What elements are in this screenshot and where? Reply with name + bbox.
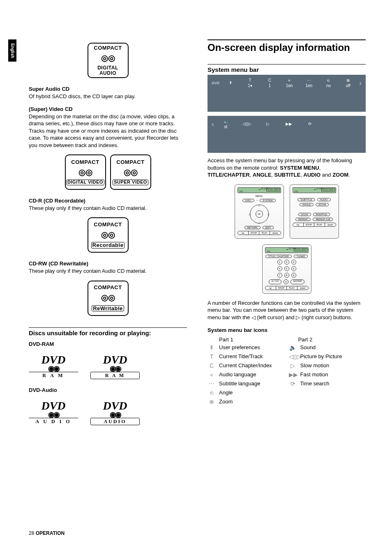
osd-time-icon: ⟳ xyxy=(300,122,319,127)
menu-icon: C xyxy=(208,362,216,369)
logo-row-dvd-audio: DVD◉◉A U D I O DVD◉◉AUDIO xyxy=(29,399,187,425)
unsuitable-heading: Discs unsuitable for recording or playin… xyxy=(29,327,187,336)
access-paragraph: Access the system menu bar by pressing a… xyxy=(208,157,366,179)
part2-label: Part 2 xyxy=(287,336,366,343)
menu-icon: ◁▯▷ xyxy=(289,353,297,360)
osd-arrow-right-icon: › xyxy=(359,79,362,88)
icon-row: ▷Slow motion xyxy=(289,362,366,369)
remote-diagrams: DVD+RW2/6▂ 06:30 E MENU DISC⌂SYSTEM OK ▵… xyxy=(208,184,366,239)
svcd-heading: (Super) Video CDDepending on the materia… xyxy=(29,106,187,149)
menu-icon: ⇞ xyxy=(208,344,216,351)
menu-icon: ⎋ xyxy=(208,389,216,396)
icon-label: Current Chapter/Index xyxy=(219,362,272,368)
osd-angle-icon: ⎋no xyxy=(320,78,337,88)
icon-label: Angle xyxy=(219,389,233,396)
menu-icon: ▶▶ xyxy=(289,371,297,378)
osd-menu-bar-part1: DVD ⇞ T1▾ C1 «1en ⋯1en ⎋no ⊕off › xyxy=(208,75,366,112)
icon-row: ⋯Subtitle language xyxy=(208,380,285,387)
icon-row: ⟳Time search xyxy=(289,380,366,387)
icon-label: Time search xyxy=(300,380,330,387)
icon-row: TCurrent Title/Track xyxy=(208,353,285,360)
logo-cd-rw: COMPACT◎◎ReWritable xyxy=(29,281,187,316)
osd-sound-icon: 🔈st xyxy=(217,119,235,129)
page-content: COMPACT ◎◎ DIGITAL AUDIO Super Audio CDO… xyxy=(29,39,366,433)
logo-row-video-cd: COMPACT◎◎DIGITAL VIDEO COMPACT◎◎SUPER VI… xyxy=(29,154,187,190)
osd-slow-icon: ▷ xyxy=(258,122,277,127)
section-title: On-screen display information xyxy=(208,39,366,53)
osd-menu-bar-part2: ‹ 🔈st ◁▯▷ ▷ ▶▶ ⟳ xyxy=(208,116,366,153)
logo-compact-disc-digital-audio: COMPACT ◎◎ DIGITAL AUDIO xyxy=(29,43,187,78)
menu-icon: ⋯ xyxy=(208,380,216,387)
osd-prefs-icon: ⇞ xyxy=(222,81,239,86)
menu-icon: T xyxy=(208,353,216,360)
remote-diagram-numpad: DVD+RW4/6▂ 06:30 E TITLE / CHAPTERTUNER … xyxy=(208,244,366,294)
logo-row-dvd-ram: DVD◉◉R A M DVD◉◉R A M xyxy=(29,353,187,379)
icon-row: ⊕Zoom xyxy=(208,398,285,405)
icon-label: Picture by Picture xyxy=(300,353,342,359)
icon-label: User preferences xyxy=(219,344,260,350)
icon-label: Zoom xyxy=(219,398,233,405)
icon-row: ▶▶Fast motion xyxy=(289,371,366,378)
menu-icon: ⊕ xyxy=(208,398,216,405)
osd-arrow-left-icon: ‹ xyxy=(212,120,214,129)
remote-menu-nav: DVD+RW2/6▂ 06:30 E MENU DISC⌂SYSTEM OK ▵… xyxy=(235,184,284,239)
functions-paragraph: A number of Recorder functions can be co… xyxy=(208,299,366,321)
menu-icon: 🔈 xyxy=(289,344,297,351)
osd-title-icon: T1▾ xyxy=(242,78,259,88)
icons-header: System menu bar icons xyxy=(208,327,366,334)
menu-icon: ⟳ xyxy=(289,380,297,387)
icon-label: Sound xyxy=(300,344,316,350)
icon-label: Subtitle language xyxy=(219,380,260,387)
icon-label: Current Title/Track xyxy=(219,353,263,359)
cdr-heading: CD-R (CD Recordable)These play only if t… xyxy=(29,197,187,212)
osd-pbp-icon: ◁▯▷ xyxy=(238,122,256,127)
part1-label: Part 1 xyxy=(208,336,287,343)
icon-label: Fast motion xyxy=(300,371,328,378)
icon-row: «Audio language xyxy=(208,371,285,378)
icon-row: 🔈Sound xyxy=(289,344,366,351)
sacd-heading: Super Audio CDOf hybrid SACD discs, the … xyxy=(29,85,187,100)
icon-row: ⇞User preferences xyxy=(208,344,285,351)
menu-icon: ▷ xyxy=(289,362,297,369)
dvd-ram-label: DVD-RAM xyxy=(29,341,187,348)
icon-label: Slow motion xyxy=(300,362,330,368)
icon-row: CCurrent Chapter/Index xyxy=(208,362,285,369)
remote-numpad: DVD+RW4/6▂ 06:30 E TITLE / CHAPTERTUNER … xyxy=(262,244,311,294)
subsection-title: System menu bar xyxy=(208,64,366,73)
icon-label: Audio language xyxy=(219,371,256,378)
osd-fast-icon: ▶▶ xyxy=(279,122,298,127)
dvd-audio-label: DVD-Audio xyxy=(29,387,187,394)
cdrw-heading: CD-RW (CD Rewritable)These play only if … xyxy=(29,260,187,274)
osd-audio-icon: «1en xyxy=(281,78,298,88)
remote-subtitle-audio: DVD+RW1/6▂ 10:45 E SUBTITLEAUDIO ANGLEZO… xyxy=(290,184,339,239)
logo-cd-r: COMPACT◎◎Recordable xyxy=(29,217,187,253)
language-tab: English xyxy=(8,39,16,62)
osd-chapter-icon: C1 xyxy=(261,78,278,88)
icons-table: Part 1 Part 2 ⇞User preferencesTCurrent … xyxy=(208,336,366,405)
icon-row: ◁▯▷Picture by Picture xyxy=(289,353,366,360)
osd-subtitle-icon: ⋯1en xyxy=(300,78,318,88)
page-footer: 28 OPERATION xyxy=(29,530,65,536)
icon-row: ⎋Angle xyxy=(208,389,285,396)
osd-zoom-icon: ⊕off xyxy=(339,78,357,88)
right-column: On-screen display information System men… xyxy=(208,39,366,433)
menu-icon: « xyxy=(208,371,216,378)
left-column: COMPACT ◎◎ DIGITAL AUDIO Super Audio CDO… xyxy=(29,39,187,433)
